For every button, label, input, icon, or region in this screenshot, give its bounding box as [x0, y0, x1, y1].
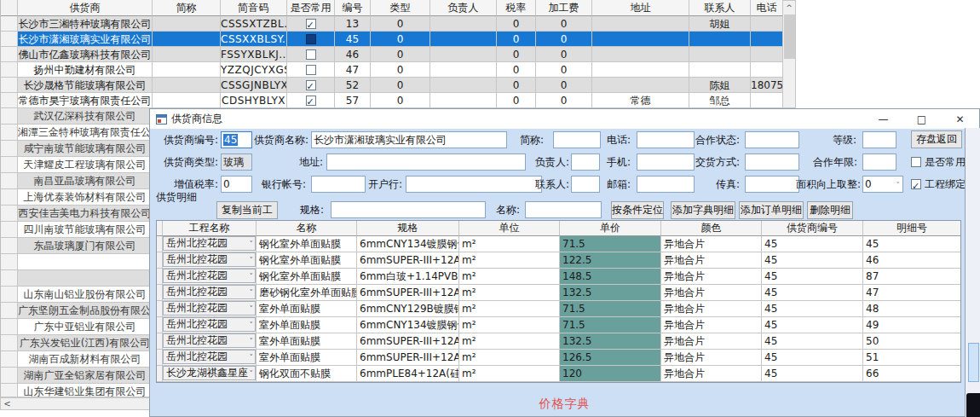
list-item[interactable]: 广东坚朗五金制品股份有限公司 [1, 303, 153, 319]
cell-name[interactable]: 室外单面贴膜 [257, 301, 357, 317]
supplier-name-input[interactable]: 长沙市潇湘玻璃实业有限公司 [311, 131, 507, 148]
cell-spec[interactable]: 6mmSUPER-III+12A(硅... [357, 350, 459, 366]
cell-price[interactable]: 132.5 [560, 285, 661, 301]
list-item[interactable]: 湖南百成新材料有限公司 [1, 351, 153, 368]
project-combobox[interactable]: 岳州北控花园˅ [163, 285, 256, 299]
table-row[interactable]: 长沙市三湘特种玻璃有限公司 CSSSXTZBL.. 13 0 0 0 胡姐 [1, 16, 783, 32]
manager-input[interactable] [571, 153, 600, 171]
supplier-type-input[interactable]: 玻璃 [221, 153, 252, 171]
list-item[interactable]: 山东华建铝业集团有限公司 [1, 384, 153, 397]
common-checkbox[interactable] [306, 96, 316, 106]
col-header-fee[interactable]: 加工费 [536, 0, 592, 16]
cell-name[interactable]: 室外单面贴膜 [257, 317, 357, 333]
col-header-unit[interactable]: 单位 [459, 221, 560, 236]
cell-unit[interactable]: m² [459, 333, 560, 350]
scrollbar-thumb[interactable] [784, 14, 795, 59]
close-button[interactable]: ✕ [941, 110, 979, 129]
scroll-up-icon[interactable]: ^ [783, 1, 795, 14]
cell-price[interactable]: 122.5 [560, 252, 661, 269]
table-row[interactable]: 长沙晟格节能玻璃有限公司 CSSGJNBLYXGS 52 0 0 0 陈姐 18… [1, 78, 783, 93]
cell-unit[interactable]: m² [459, 236, 560, 252]
cell-detail-id[interactable]: 51 [863, 350, 960, 366]
cell-supplier-id[interactable]: 45 [762, 269, 863, 285]
contact-input[interactable] [571, 176, 600, 193]
list-item[interactable] [1, 270, 153, 287]
cell-price[interactable]: 71.5 [560, 317, 661, 333]
cell-color[interactable]: 异地合片 [661, 350, 762, 366]
common-checkbox[interactable] [306, 19, 316, 29]
cell-unit[interactable]: m² [459, 366, 560, 382]
col-header-id[interactable]: 编号 [335, 0, 371, 16]
cell-price[interactable]: 132.5 [560, 333, 661, 350]
coop-status-input[interactable] [745, 131, 799, 148]
list-item[interactable]: 咸宁南玻节能玻璃有限公司 [1, 141, 153, 157]
project-combobox[interactable]: 长沙龙湖祺鑫星座˅ [163, 366, 256, 380]
col-header-code[interactable]: 简音码 [221, 0, 287, 16]
common-use-checkbox[interactable]: 是否常用 [911, 153, 966, 171]
project-combobox[interactable]: 岳州北控花园˅ [163, 350, 256, 364]
delete-detail-button[interactable]: 删除明细 [807, 201, 853, 219]
grade-input[interactable] [862, 131, 896, 148]
list-item[interactable]: 湘潭三金特种玻璃有限责任公司 [1, 125, 153, 141]
cell-price[interactable]: 71.5 [560, 301, 661, 317]
cell-unit[interactable]: m² [459, 301, 560, 317]
coop-years-input[interactable] [862, 153, 896, 171]
delivery-input[interactable] [745, 153, 799, 171]
minimize-button[interactable]: — [864, 110, 902, 129]
common-checkbox[interactable] [306, 80, 316, 90]
add-dict-detail-button[interactable]: 添加字典明细 [671, 201, 735, 219]
cell-supplier-id[interactable]: 45 [762, 366, 863, 382]
col-header-price[interactable]: 单价 [560, 221, 661, 236]
cell-detail-id[interactable]: 66 [863, 366, 960, 382]
spec-filter-input[interactable] [331, 201, 486, 218]
list-item[interactable]: 广东中亚铝业有限公司 [1, 319, 153, 335]
col-header-tax[interactable]: 税率 [497, 0, 536, 16]
save-return-button[interactable]: 存盘返回 [911, 130, 962, 148]
project-bind-checkbox[interactable]: 工程绑定 [911, 176, 966, 193]
col-header-spec[interactable]: 规格 [357, 221, 459, 236]
cell-supplier-id[interactable]: 45 [762, 301, 863, 317]
add-order-detail-button[interactable]: 添加订单明细 [739, 201, 804, 219]
table-row[interactable]: 扬州中勤建材有限公司 YZZQJCYXGS 47 0 0 0 [1, 62, 783, 78]
col-header-detail-id[interactable]: 明细号 [863, 221, 960, 236]
cell-color[interactable]: 异地合片 [661, 301, 762, 317]
bank-input[interactable] [406, 176, 542, 193]
cell-color[interactable]: 异地合片 [661, 317, 762, 333]
cell-name[interactable]: 钢化室外单面贴膜 [257, 269, 357, 285]
copy-project-button[interactable]: 复制当前工程 [216, 201, 278, 219]
col-header-contact[interactable]: 联系人 [689, 0, 751, 16]
project-combobox[interactable]: 岳州北控花园˅ [163, 317, 256, 332]
cell-detail-id[interactable]: 47 [863, 285, 960, 301]
list-item[interactable]: 东晶玻璃厦门有限公司 [1, 238, 153, 254]
cell-detail-id[interactable]: 46 [863, 252, 960, 269]
common-checkbox[interactable] [306, 49, 316, 60]
cell-name[interactable]: 钢化室外单面贴膜 [257, 252, 357, 269]
cell-spec[interactable]: 6mmCNY129B镀膜钢化 [357, 301, 459, 317]
cell-detail-id[interactable]: 48 [863, 301, 960, 317]
vat-input[interactable]: 0 [221, 176, 252, 193]
list-item[interactable]: 南昌亚晶玻璃有限公司 [1, 173, 153, 189]
list-item[interactable]: 武汉亿深科技有限公司 [1, 108, 153, 125]
round-up-select[interactable]: 0˅ [862, 176, 903, 193]
col-header-project[interactable]: 工程名称 [163, 221, 257, 236]
cell-supplier-id[interactable]: 45 [762, 350, 863, 366]
dialog-titlebar[interactable]: 供货商信息 — □ ✕ [150, 109, 979, 130]
table-row-selected[interactable]: 长沙市潇湘玻璃实业有限公司 CSSXXBLSY... 45 0 0 0 [1, 32, 783, 47]
cell-detail-id[interactable]: 45 [863, 236, 960, 252]
col-header-manager[interactable]: 负责人 [430, 0, 497, 16]
col-header-phone[interactable]: 电话 [751, 0, 783, 16]
locate-button[interactable]: 按条件定位 [611, 201, 664, 219]
cell-name[interactable]: 磨砂钢化室外单面贴膜 [257, 285, 357, 301]
cell-supplier-id[interactable]: 45 [762, 317, 863, 333]
col-header-supplier[interactable]: 供货商 [18, 0, 153, 16]
cell-supplier-id[interactable]: 45 [762, 285, 863, 301]
cell-name[interactable]: 钢化室外单面贴膜 [257, 236, 357, 252]
supplier-id-input[interactable]: 45 [221, 131, 252, 148]
cell-supplier-id[interactable]: 45 [762, 333, 863, 350]
cell-spec[interactable]: 6mmCNY134镀膜钢化 [357, 317, 459, 333]
horizontal-scrollbar[interactable]: < [0, 397, 150, 410]
list-item[interactable] [1, 254, 153, 270]
col-header-supplier-id[interactable]: 供货商编号 [762, 221, 863, 236]
table-row[interactable]: 常德市昊宇玻璃有限责任公司 CDSHYBLYX 57 0 0 0 常德 邹总 [1, 93, 783, 108]
cell-price[interactable]: 126.5 [560, 350, 661, 366]
